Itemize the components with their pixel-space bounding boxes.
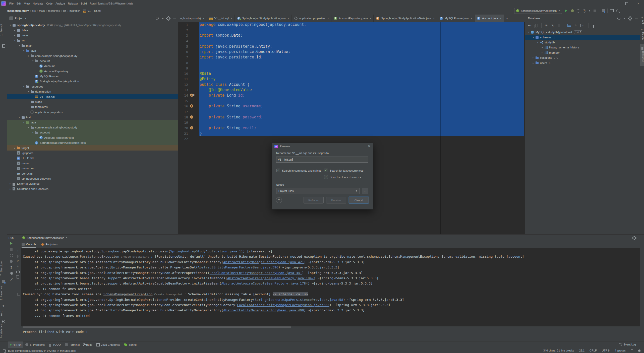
toolwindow-tab-1-project[interactable]: 1: Project [0,24,7,36]
tree-item-java[interactable]: ▾java [7,48,178,53]
tree-item-test[interactable]: ▾test [7,115,178,120]
status-item-346-chars-21-line-breaks[interactable]: 346 chars, 21 line breaks [543,349,574,352]
toolwindow-tab-2-favorites[interactable]: 2: Favorites [0,286,7,300]
stacktrace-link[interactable]: AbstractAutowireCapableBeanFactory.java:… [221,281,308,285]
toolwindow-tab-spring[interactable]: Spring [122,341,139,348]
editor-tab-account-java[interactable]: CAccount.java× [475,15,504,22]
close-window-button[interactable]: ✕ [632,0,644,7]
chevron-down-icon[interactable]: ▾ [22,85,26,88]
chevron-down-icon[interactable]: ▾ [532,36,535,39]
chevron-down-icon[interactable]: ▾ [22,49,26,52]
breadcrumb-item-migration[interactable]: migration [69,9,81,12]
lombok-icon[interactable]: a [190,104,193,108]
menu-build[interactable]: Build [79,0,88,7]
menu-analyze[interactable]: Analyze [54,0,66,7]
chevron-down-icon[interactable]: ▾ [18,44,21,47]
editor-tab-springbootjapstudyapplicationtests-java[interactable]: CSpringbootjapStudyApplicationTests.java… [374,15,437,22]
tree-item-resources[interactable]: ▾resources [7,84,178,89]
hide-panel-icon[interactable]: — [639,236,642,239]
toolwindow-panel-icon[interactable] [610,9,614,13]
chevron-down-icon[interactable]: ▾ [27,90,30,93]
tree-item-gitignore[interactable]: g.gitignore [7,151,178,156]
coverage-button[interactable] [582,9,586,13]
tree-item-main[interactable]: ▾main [7,43,178,48]
close-icon[interactable]: × [471,17,472,20]
line-number[interactable]: 17 [178,109,188,115]
menu-view[interactable]: View [23,0,31,7]
hide-panel-icon[interactable]: — [173,17,176,20]
maximize-window-button[interactable] [621,0,632,7]
line-number[interactable]: 12 [178,82,188,88]
menu-code[interactable]: Code [45,0,54,7]
chevron-right-icon[interactable]: ▸ [532,62,535,64]
menu-file[interactable]: File [8,0,15,7]
menu-navigate[interactable]: Navigate [31,0,45,7]
stacktrace-link[interactable]: SpringHibernateJpaPersistenceProvider.ja… [255,298,343,302]
stop-icon[interactable] [10,248,13,251]
pin-icon[interactable]: 📌︎ [10,278,13,281]
status-item-crlf[interactable]: CRLF [590,349,597,352]
chevron-right-icon[interactable]: ▸ [13,29,17,32]
chevron-right-icon[interactable]: ▸ [541,46,544,49]
db-item-users[interactable]: ▸users6 [525,60,640,65]
tree-item-java[interactable]: ▾java [7,120,178,125]
tree-item-account[interactable]: CAccount [7,63,178,68]
menu-refactor[interactable]: Refactor [67,0,80,7]
collapse-all-icon[interactable]: ÷ [624,17,625,20]
close-icon[interactable]: × [327,17,329,20]
editor-tab-mysqlrunner-java[interactable]: CMySQLRunner.java× [437,15,475,22]
tree-item-pom-xml[interactable]: mpom.xml [7,171,178,176]
filter-icon[interactable] [592,25,595,26]
toolwindow-tab-ant[interactable]: Ant [640,20,644,24]
notifications-icon[interactable] [638,349,640,351]
chevron-down-icon[interactable]: ▾ [527,31,531,33]
checkbox-search-in-comments-and-strings[interactable]: ✓Search in comments and strings [276,169,321,172]
locate-file-icon[interactable]: + [156,17,159,20]
gear-icon[interactable] [167,17,170,20]
tree-item-com-example-springbootjapstudy[interactable]: ▾com.example.springbootjapstudy [7,125,178,130]
rename-input[interactable]: V1__init.sql [276,157,368,163]
print-icon[interactable] [16,270,20,273]
stacktrace-link[interactable]: LocalContainerEntityManagerFactoryBean.j… [237,303,329,307]
restore-layout-icon[interactable] [10,272,13,275]
run-configuration-tab[interactable]: SpringbootjapStudyApplication × [21,235,68,241]
datasource-properties-icon[interactable]: 🔧︎ [551,24,554,27]
db-item-collations[interactable]: ▸collations272 [525,55,640,60]
chevron-down-icon[interactable]: ▾ [31,60,35,62]
fold-icon[interactable]: − [17,255,20,258]
line-number[interactable]: 22 [178,136,188,142]
chevron-down-icon[interactable]: ▾ [18,116,21,118]
status-item-4-spaces[interactable]: 4 spaces [615,349,626,352]
lock-icon[interactable] [631,350,633,352]
tree-item-application-properties[interactable]: application.properties [7,110,178,115]
toolwindow-tab-6-problems[interactable]: !6: Problems [23,341,47,348]
tree-item-accountrepositorytest[interactable]: CAccountRepositoryTest [7,135,178,140]
toolwindow-tab-persistence[interactable]: Persistence [0,324,7,338]
chevron-right-icon[interactable]: ▸ [13,34,17,37]
lombok-icon[interactable]: a [190,126,193,129]
gear-icon[interactable] [628,17,632,20]
chevron-right-icon[interactable]: ▸ [9,188,12,190]
line-number[interactable]: 11 [178,77,188,82]
stacktrace-link[interactable]: AbstractEntityManagerFactoryBean.java:42… [223,260,304,264]
toolwindow-tab-java-enterprise[interactable]: Java Enterprise [94,341,122,348]
stacktrace-link[interactable]: AbstractAutowireCapableBeanFactory.java:… [227,276,314,280]
checkbox-search-for-text-occurrences[interactable]: ✓Search for text occurrences [324,169,364,172]
breadcrumb-item-src[interactable]: src [31,9,36,12]
minimize-window-button[interactable]: — [609,0,621,7]
chevron-right-icon[interactable]: ▸ [13,147,17,149]
db-item-studydb[interactable]: ▾studydb [525,40,640,45]
toolwindow-tab-terminal[interactable]: ›Terminal [63,341,82,348]
query-console-icon[interactable]: QL [580,24,585,27]
soft-wrap-icon[interactable]: ↵ [16,259,20,263]
menu-edit[interactable]: Edit [15,0,23,7]
close-icon[interactable]: × [203,17,204,20]
chevron-right-icon[interactable]: ▸ [541,51,544,54]
stop-icon[interactable] [558,24,560,27]
line-number[interactable]: 1 [178,22,188,28]
line-number[interactable]: 8 [178,60,188,66]
create-breakpoint-link[interactable]: Create breakpoint [153,293,184,296]
chevron-down-icon[interactable]: ▾ [31,131,35,134]
tree-item-static[interactable]: static [7,99,178,104]
db-item-schemas[interactable]: ▾schemas1 [525,35,640,40]
